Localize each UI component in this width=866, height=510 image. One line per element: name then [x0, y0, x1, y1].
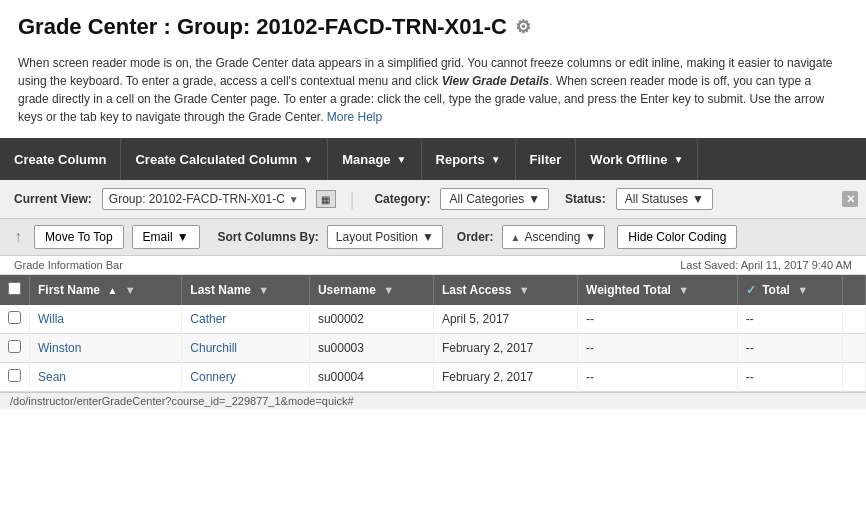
row-checkbox[interactable] — [8, 369, 21, 382]
select-all-header[interactable] — [0, 275, 30, 305]
caret-icon: ▼ — [491, 154, 501, 165]
email-button[interactable]: Email ▼ — [132, 225, 200, 249]
caret-icon: ▼ — [303, 154, 313, 165]
caret-icon: ▼ — [397, 154, 407, 165]
last-name-link[interactable]: Cather — [190, 312, 226, 326]
actions-bar: ↑ Move To Top Email ▼ Sort Columns By: L… — [0, 219, 866, 256]
separator: | — [350, 189, 355, 210]
col-menu-icon[interactable]: ▼ — [519, 284, 530, 296]
current-view-select[interactable]: Group: 20102-FACD-TRN-X01-C ▼ — [102, 188, 306, 210]
col-menu-icon[interactable]: ▼ — [678, 284, 689, 296]
current-view-bar: Current View: Group: 20102-FACD-TRN-X01-… — [0, 180, 866, 219]
move-icon: ↑ — [14, 228, 22, 246]
move-to-top-button[interactable]: Move To Top — [34, 225, 124, 249]
more-help-link[interactable]: More Help — [327, 110, 382, 124]
order-value: Ascending — [524, 230, 580, 244]
title-icon: ⚙ — [515, 16, 531, 38]
status-url: /do/instructor/enterGradeCenter?course_i… — [10, 395, 354, 407]
title-text: Grade Center : Group: 20102-FACD-TRN-X01… — [18, 14, 507, 40]
ascending-icon: ▲ — [511, 232, 521, 243]
last-name-header: Last Name ▼ — [182, 275, 310, 305]
first-name-link[interactable]: Sean — [38, 370, 66, 384]
grade-table: First Name ▲ ▼ Last Name ▼ Username ▼ La… — [0, 275, 866, 392]
table-header-row: First Name ▲ ▼ Last Name ▼ Username ▼ La… — [0, 275, 866, 305]
caret-icon: ▼ — [673, 154, 683, 165]
toolbar-filter[interactable]: Filter — [516, 138, 577, 180]
sort-columns-by-label: Sort Columns By: — [218, 230, 319, 244]
row-checkbox[interactable] — [8, 340, 21, 353]
total-cell: -- — [737, 305, 843, 334]
grade-info-bar-label: Grade Information Bar — [14, 259, 123, 271]
col-menu-icon[interactable]: ▼ — [383, 284, 394, 296]
chevron-down-icon: ▼ — [289, 194, 299, 205]
total-cell: -- — [737, 334, 843, 363]
row-checkbox-cell[interactable] — [0, 305, 30, 334]
row-actions-header — [843, 275, 866, 305]
category-select[interactable]: All Categories ▼ — [440, 188, 549, 210]
weighted-total-cell: -- — [578, 334, 738, 363]
row-action-cell — [843, 363, 866, 392]
username-cell: su00003 — [309, 334, 433, 363]
table-row: Willa Cather su00002 April 5, 2017 -- -- — [0, 305, 866, 334]
grade-info-row: Grade Information Bar Last Saved: April … — [0, 256, 866, 275]
last-access-header: Last Access ▼ — [433, 275, 577, 305]
first-name-cell: Winston — [30, 334, 182, 363]
first-name-link[interactable]: Winston — [38, 341, 81, 355]
first-name-cell: Sean — [30, 363, 182, 392]
table-row: Sean Connery su00004 February 2, 2017 --… — [0, 363, 866, 392]
toolbar: Create Column Create Calculated Column ▼… — [0, 138, 866, 180]
row-checkbox[interactable] — [8, 311, 21, 324]
sort-columns-by-value: Layout Position — [336, 230, 418, 244]
sort-columns-by-select[interactable]: Layout Position ▼ — [327, 225, 443, 249]
status-bar: /do/instructor/enterGradeCenter?course_i… — [0, 392, 866, 409]
sort-icon: ▲ — [107, 285, 117, 296]
toolbar-create-calculated-column[interactable]: Create Calculated Column ▼ — [121, 138, 328, 180]
last-saved-text: Last Saved: April 11, 2017 9:40 AM — [680, 259, 852, 271]
last-name-link[interactable]: Churchill — [190, 341, 237, 355]
description-area: When screen reader mode is on, the Grade… — [0, 48, 860, 138]
col-menu-icon[interactable]: ▼ — [125, 284, 136, 296]
view-icon-button[interactable]: ▦ — [316, 190, 336, 208]
col-menu-icon[interactable]: ▼ — [258, 284, 269, 296]
row-checkbox-cell[interactable] — [0, 334, 30, 363]
last-name-link[interactable]: Connery — [190, 370, 235, 384]
category-value: All Categories — [449, 192, 524, 206]
last-name-cell: Cather — [182, 305, 310, 334]
chevron-down-icon: ▼ — [422, 230, 434, 244]
toolbar-manage[interactable]: Manage ▼ — [328, 138, 421, 180]
last-access-cell: April 5, 2017 — [433, 305, 577, 334]
col-menu-icon[interactable]: ▼ — [797, 284, 808, 296]
hide-color-coding-button[interactable]: Hide Color Coding — [617, 225, 737, 249]
last-name-cell: Churchill — [182, 334, 310, 363]
username-cell: su00004 — [309, 363, 433, 392]
order-label: Order: — [457, 230, 494, 244]
last-access-cell: February 2, 2017 — [433, 363, 577, 392]
chevron-down-icon: ▼ — [584, 230, 596, 244]
first-name-link[interactable]: Willa — [38, 312, 64, 326]
table-row: Winston Churchill su00003 February 2, 20… — [0, 334, 866, 363]
chevron-down-icon: ▼ — [528, 192, 540, 206]
chevron-down-icon: ▼ — [692, 192, 704, 206]
first-name-cell: Willa — [30, 305, 182, 334]
row-action-cell — [843, 334, 866, 363]
page-title-area: Grade Center : Group: 20102-FACD-TRN-X01… — [0, 0, 866, 48]
email-caret-icon: ▼ — [177, 230, 189, 244]
toolbar-create-column[interactable]: Create Column — [0, 138, 121, 180]
row-checkbox-cell[interactable] — [0, 363, 30, 392]
first-name-header: First Name ▲ ▼ — [30, 275, 182, 305]
check-icon: ✓ — [746, 283, 756, 297]
status-select[interactable]: All Statuses ▼ — [616, 188, 713, 210]
current-view-label: Current View: — [14, 192, 92, 206]
username-header: Username ▼ — [309, 275, 433, 305]
select-all-checkbox[interactable] — [8, 282, 21, 295]
total-cell: -- — [737, 363, 843, 392]
toolbar-reports[interactable]: Reports ▼ — [422, 138, 516, 180]
toolbar-work-offline[interactable]: Work Offline ▼ — [576, 138, 698, 180]
weighted-total-header: Weighted Total ▼ — [578, 275, 738, 305]
weighted-total-cell: -- — [578, 305, 738, 334]
order-select[interactable]: ▲ Ascending ▼ — [502, 225, 606, 249]
last-name-cell: Connery — [182, 363, 310, 392]
close-button[interactable]: ✕ — [842, 191, 858, 207]
last-access-cell: February 2, 2017 — [433, 334, 577, 363]
row-action-cell — [843, 305, 866, 334]
